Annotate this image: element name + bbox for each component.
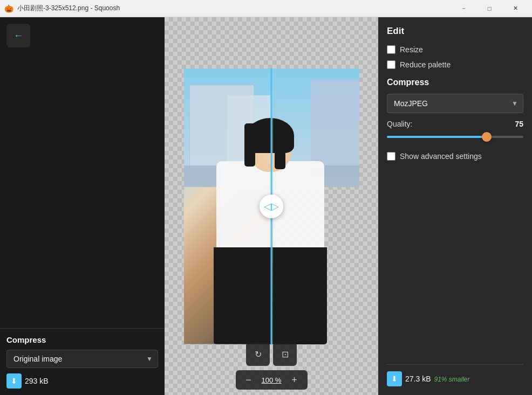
- quality-section: Quality: 75: [387, 120, 523, 141]
- original-image-select[interactable]: Original image: [6, 350, 158, 368]
- bottom-controls: ↻ ⊡ − 100 % +: [165, 342, 378, 390]
- zoom-out-button[interactable]: −: [242, 373, 255, 386]
- image-right-side: [273, 68, 359, 344]
- quality-row: Quality: 75: [387, 120, 523, 128]
- quality-value-display: 75: [515, 120, 523, 128]
- right-file-savings: 91% smaller: [434, 376, 469, 383]
- reduce-palette-label[interactable]: Reduce palette: [400, 60, 451, 69]
- back-area: ←: [0, 17, 165, 54]
- codec-select-wrap: MozJPEG WebP AVIF JPEG XL OxiPNG ▼: [387, 94, 523, 113]
- advanced-settings-label[interactable]: Show advanced settings: [400, 152, 482, 161]
- reduce-palette-checkbox[interactable]: [387, 60, 395, 69]
- left-file-bar: ⬇ 293 kB: [6, 373, 158, 389]
- image-preview-container[interactable]: ◁▷: [184, 68, 359, 344]
- image-preview-area[interactable]: ◁▷ ↻ ⊡ − 100 % +: [165, 17, 378, 395]
- right-panel: Edit Resize Reduce palette Compress MozJ…: [378, 17, 532, 395]
- advanced-settings-row: Show advanced settings: [387, 152, 523, 161]
- left-file-size: 293 kB: [25, 377, 158, 385]
- compress-section-title: Compress: [387, 78, 523, 87]
- window-title: 小田剧照-3-325x512.png - Squoosh: [17, 4, 120, 13]
- app-body: ← Compress Original image ▼ ⬇ 293 kB: [0, 17, 532, 395]
- resize-checkbox[interactable]: [387, 45, 395, 54]
- title-bar: 🎃 小田剧照-3-325x512.png - Squoosh － □ ✕: [0, 0, 532, 17]
- left-bottom-panel: Compress Original image ▼ ⬇ 293 kB: [0, 328, 165, 395]
- resize-checkbox-row: Resize: [387, 45, 523, 54]
- rotate-view-button[interactable]: ↻: [246, 342, 270, 366]
- split-drag-handle[interactable]: ◁▷: [260, 195, 283, 218]
- zoom-controls: − 100 % +: [236, 370, 308, 390]
- quality-label: Quality:: [387, 120, 412, 128]
- view-toggle-row: ↻ ⊡: [246, 342, 297, 366]
- right-download-button[interactable]: ⬇: [387, 371, 402, 386]
- left-download-icon: ⬇: [11, 377, 17, 385]
- title-bar-left: 🎃 小田剧照-3-325x512.png - Squoosh: [4, 4, 120, 13]
- rotate-icon: ↻: [255, 349, 262, 359]
- advanced-settings-checkbox[interactable]: [387, 152, 395, 161]
- zoom-in-button[interactable]: +: [288, 373, 301, 386]
- left-compress-label: Compress: [6, 335, 158, 344]
- drag-arrows-icon: ◁▷: [264, 200, 279, 212]
- right-file-info: 27.3 kB 91% smaller: [405, 375, 470, 383]
- codec-select[interactable]: MozJPEG WebP AVIF JPEG XL OxiPNG: [387, 94, 523, 113]
- original-select-wrap: Original image ▼: [6, 350, 158, 368]
- split-view-icon: ⊡: [282, 349, 289, 359]
- right-panel-spacer: [387, 167, 523, 358]
- right-file-size: 27.3 kB: [405, 375, 431, 383]
- split-view-button[interactable]: ⊡: [273, 342, 297, 366]
- left-panel: ← Compress Original image ▼ ⬇ 293 kB: [0, 17, 165, 395]
- reduce-palette-checkbox-row: Reduce palette: [387, 60, 523, 69]
- app-icon: 🎃: [4, 4, 13, 13]
- edit-section-title: Edit: [387, 26, 523, 37]
- left-download-button[interactable]: ⬇: [6, 373, 22, 389]
- minimize-button[interactable]: －: [451, 0, 476, 17]
- window-controls: － □ ✕: [451, 0, 528, 17]
- back-button[interactable]: ←: [6, 24, 30, 47]
- resize-label[interactable]: Resize: [400, 45, 423, 54]
- quality-slider[interactable]: [387, 136, 523, 138]
- right-download-icon: ⬇: [391, 375, 398, 383]
- zoom-value-display[interactable]: 100 %: [260, 376, 284, 384]
- close-button[interactable]: ✕: [503, 0, 528, 17]
- maximize-button[interactable]: □: [477, 0, 502, 17]
- right-bottom-bar: ⬇ 27.3 kB 91% smaller: [387, 364, 523, 386]
